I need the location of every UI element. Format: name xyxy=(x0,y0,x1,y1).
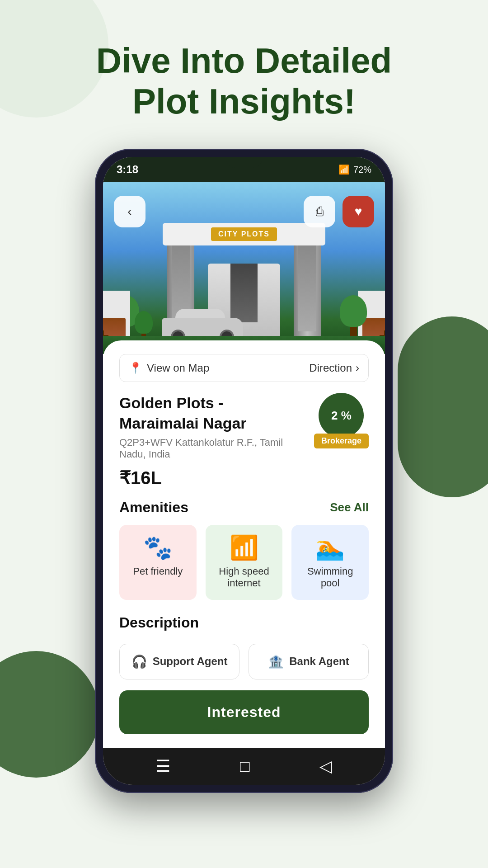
see-all-link[interactable]: See All xyxy=(330,500,369,514)
signal-icon: 📶 xyxy=(338,164,350,175)
status-icons: 📶 72% xyxy=(338,164,371,175)
view-on-map-label: View on Map xyxy=(147,362,209,374)
menu-button[interactable]: ☰ xyxy=(156,757,170,776)
amenities-row: 🐾 Pet friendly 📶 High speed internet 🏊 S… xyxy=(119,525,369,600)
car xyxy=(162,304,243,340)
pet-friendly-icon: 🐾 xyxy=(143,536,173,559)
brokerage-label: Brokerage xyxy=(314,434,369,448)
status-time: 3:18 xyxy=(117,163,138,176)
swimming-icon: 🏊 xyxy=(315,536,345,559)
phone-screen: 3:18 📶 72% xyxy=(103,157,385,784)
favorite-button[interactable]: ♥ xyxy=(343,196,374,227)
property-name: Golden Plots - Maraimalai Nagar xyxy=(119,393,282,433)
pet-friendly-label: Pet friendly xyxy=(133,566,183,577)
support-agent-label: Support Agent xyxy=(153,655,228,668)
description-section: Description xyxy=(119,614,369,631)
wifi-icon: 📶 xyxy=(230,536,259,559)
image-navigation: ‹ ⎙ ♥ xyxy=(103,196,385,227)
content-area: 📍 View on Map Direction › Golden Plots -… xyxy=(103,340,385,747)
bank-agent-button[interactable]: 🏦 Bank Agent xyxy=(249,644,369,679)
chevron-right-icon: › xyxy=(356,362,359,374)
battery-icon: 72% xyxy=(353,165,371,175)
phone-frame: 3:18 📶 72% xyxy=(95,149,393,793)
amenity-pet-friendly: 🐾 Pet friendly xyxy=(119,525,197,600)
gate-pillar-right xyxy=(294,236,321,336)
view-on-map-link[interactable]: 📍 View on Map xyxy=(129,362,209,374)
bank-icon: 🏦 xyxy=(268,654,284,669)
interested-button[interactable]: Interested xyxy=(119,690,369,734)
phone-container: 3:18 📶 72% xyxy=(0,149,488,793)
amenity-high-speed-internet: 📶 High speed internet xyxy=(206,525,283,600)
map-pin-icon: 📍 xyxy=(129,362,142,374)
direction-link[interactable]: Direction › xyxy=(309,362,359,374)
gate-sign: CITY PLOTS xyxy=(211,227,277,241)
amenity-swimming-pool: 🏊 Swimming pool xyxy=(291,525,369,600)
hero-image: CITY PLOTS xyxy=(103,182,385,354)
brokerage-badge: 2 % Brokerage xyxy=(314,393,369,448)
property-price: ₹16L xyxy=(119,467,369,488)
swimming-pool-label: Swimming pool xyxy=(299,566,361,589)
bottom-navigation: ☰ □ ◁ xyxy=(103,748,385,785)
property-info-row: Golden Plots - Maraimalai Nagar Q2P3+WFV… xyxy=(119,393,369,460)
action-buttons: ⎙ ♥ xyxy=(304,196,374,227)
high-speed-internet-label: High speed internet xyxy=(213,566,276,589)
support-agent-button[interactable]: 🎧 Support Agent xyxy=(119,644,239,679)
agent-buttons-row: 🎧 Support Agent 🏦 Bank Agent xyxy=(119,644,369,679)
brokerage-percent: 2 % xyxy=(331,409,352,423)
share-icon: ⎙ xyxy=(316,204,324,219)
back-button[interactable]: ‹ xyxy=(114,196,145,227)
status-bar: 3:18 📶 72% xyxy=(103,157,385,182)
page-title-section: Dive Into Detailed Plot Insights! xyxy=(0,0,488,149)
description-title: Description xyxy=(119,614,369,631)
share-button[interactable]: ⎙ xyxy=(304,196,335,227)
amenities-header: Amenities See All xyxy=(119,499,369,516)
notch xyxy=(226,157,262,168)
property-address: Q2P3+WFV Kattankolatur R.F., Tamil Nadu,… xyxy=(119,437,291,460)
amenities-title: Amenities xyxy=(119,499,188,516)
direction-label: Direction xyxy=(309,362,352,374)
back-nav-button[interactable]: ◁ xyxy=(319,757,332,776)
support-icon: 🎧 xyxy=(131,654,147,669)
property-text-info: Golden Plots - Maraimalai Nagar Q2P3+WFV… xyxy=(119,393,291,460)
bank-agent-label: Bank Agent xyxy=(289,655,349,668)
heart-icon: ♥ xyxy=(355,204,362,219)
brokerage-circle: 2 % xyxy=(319,393,364,438)
map-direction-row[interactable]: 📍 View on Map Direction › xyxy=(119,354,369,382)
page-title: Dive Into Detailed Plot Insights! xyxy=(0,41,488,122)
home-button[interactable]: □ xyxy=(240,757,250,776)
